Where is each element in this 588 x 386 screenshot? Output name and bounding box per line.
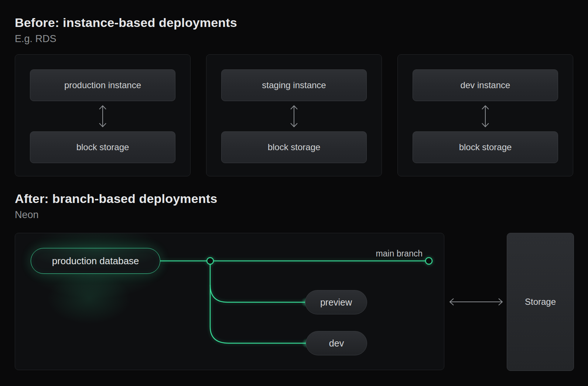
vertical-double-arrow-icon bbox=[288, 104, 300, 129]
storage-node-label: Storage bbox=[525, 297, 556, 307]
block-storage-node-label: block storage bbox=[76, 142, 129, 152]
after-section-title: After: branch-based deployments bbox=[15, 192, 217, 206]
dev-branch-line bbox=[210, 264, 307, 343]
vertical-double-arrow-icon bbox=[480, 104, 491, 129]
dev-branch-label: dev bbox=[329, 338, 344, 349]
instance-node-label: dev instance bbox=[461, 80, 510, 90]
preview-branch-node: preview bbox=[305, 290, 367, 314]
block-storage-node: block storage bbox=[413, 131, 558, 163]
preview-branch-label: preview bbox=[320, 297, 352, 308]
preview-branch-line bbox=[210, 285, 306, 302]
instance-node: dev instance bbox=[413, 69, 558, 101]
env-panel-staging: staging instance block storage bbox=[206, 54, 382, 176]
env-panel-production: production instance block storage bbox=[15, 54, 191, 176]
instance-node: production instance bbox=[30, 69, 175, 101]
instance-node-label: production instance bbox=[64, 80, 141, 90]
block-storage-node-label: block storage bbox=[268, 142, 321, 152]
main-branch-endpoint-icon bbox=[425, 258, 432, 264]
env-panel-dev: dev instance block storage bbox=[397, 54, 573, 176]
block-storage-node: block storage bbox=[221, 131, 367, 163]
deployment-comparison-diagram: Before: instance-based deployments E.g. … bbox=[0, 0, 588, 386]
branch-deployments-panel: production database main branch preview … bbox=[15, 233, 444, 370]
production-database-label: production database bbox=[52, 255, 139, 267]
horizontal-double-arrow-icon bbox=[448, 297, 505, 307]
block-storage-node: block storage bbox=[30, 131, 175, 163]
before-section-title: Before: instance-based deployments bbox=[15, 15, 237, 30]
vertical-double-arrow-icon bbox=[97, 104, 108, 129]
dev-branch-node: dev bbox=[306, 331, 367, 355]
instance-node-label: staging instance bbox=[262, 80, 326, 90]
after-section-subtitle: Neon bbox=[15, 209, 39, 221]
branch-point-icon bbox=[207, 258, 213, 264]
block-storage-node-label: block storage bbox=[459, 142, 512, 152]
main-branch-label: main branch bbox=[376, 249, 423, 258]
production-database-node: production database bbox=[31, 248, 160, 274]
before-section-subtitle: E.g. RDS bbox=[15, 33, 57, 45]
storage-node: Storage bbox=[507, 233, 574, 371]
instance-node: staging instance bbox=[221, 69, 367, 101]
